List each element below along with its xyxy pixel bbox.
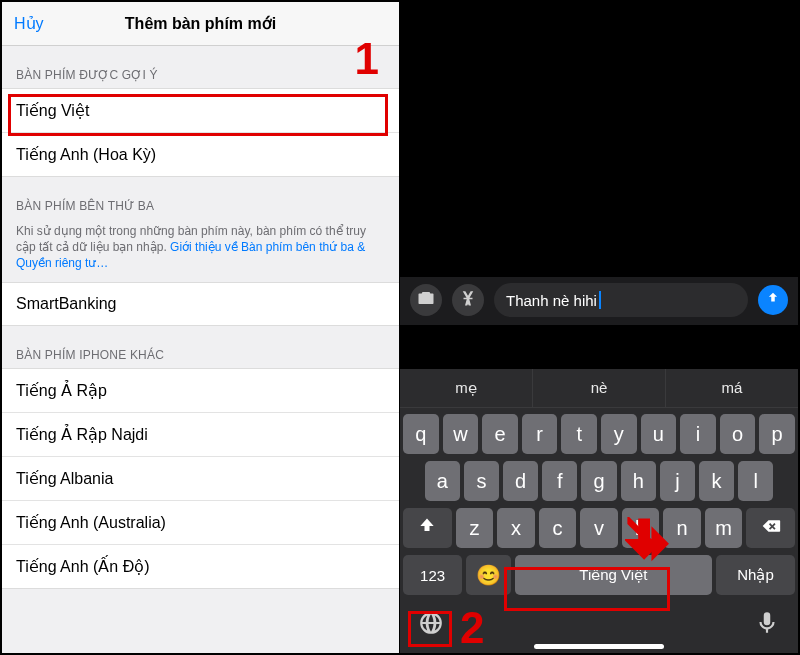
list-item[interactable]: Tiếng Anh (Australia) — [2, 501, 399, 545]
key-f[interactable]: f — [542, 461, 577, 501]
nav-bar: Hủy Thêm bàn phím mới — [2, 2, 399, 46]
key-x[interactable]: x — [497, 508, 535, 548]
emoji-icon: 😊 — [476, 563, 501, 587]
key-t[interactable]: t — [561, 414, 597, 454]
arrow-up-icon — [766, 291, 780, 309]
key-z[interactable]: z — [456, 508, 494, 548]
section-header-suggested: BÀN PHÍM ĐƯỢC GỢI Ý — [2, 46, 399, 88]
list-item[interactable]: SmartBanking — [2, 283, 399, 325]
list-item[interactable]: Tiếng Anh (Ấn Độ) — [2, 545, 399, 588]
mic-icon — [754, 610, 780, 636]
camera-icon — [417, 289, 435, 311]
key-m[interactable]: m — [705, 508, 743, 548]
camera-button[interactable] — [410, 284, 442, 316]
key-k[interactable]: k — [699, 461, 734, 501]
annotation-label-1: 1 — [355, 34, 379, 84]
dictation-key[interactable] — [754, 610, 780, 640]
section-header-thirdparty: BÀN PHÍM BÊN THỨ BA — [2, 177, 399, 219]
annotation-highlight-space — [504, 567, 670, 611]
key-w[interactable]: w — [443, 414, 479, 454]
key-p[interactable]: p — [759, 414, 795, 454]
other-list: Tiếng Ả Rập Tiếng Ả Rập Najdi Tiếng Alba… — [2, 368, 399, 589]
key-v[interactable]: v — [580, 508, 618, 548]
shift-key[interactable] — [403, 508, 452, 548]
suggestion[interactable]: mẹ — [400, 369, 533, 407]
key-h[interactable]: h — [621, 461, 656, 501]
suggestion[interactable]: má — [666, 369, 798, 407]
send-button[interactable] — [758, 285, 788, 315]
list-item[interactable]: Tiếng Ả Rập — [2, 369, 399, 413]
message-input[interactable]: Thanh nè hihi — [494, 283, 748, 317]
key-d[interactable]: d — [503, 461, 538, 501]
section-header-other: BÀN PHÍM IPHONE KHÁC — [2, 326, 399, 368]
list-item[interactable]: Tiếng Ả Rập Najdi — [2, 413, 399, 457]
annotation-label-2: 2 — [460, 603, 484, 653]
key-j[interactable]: j — [660, 461, 695, 501]
annotation-highlight-1 — [8, 94, 388, 136]
text-caret — [599, 291, 601, 309]
message-text: Thanh nè hihi — [506, 292, 597, 309]
cancel-button[interactable]: Hủy — [14, 14, 44, 33]
thirdparty-list: SmartBanking — [2, 282, 399, 326]
keyboard-pane: Thanh nè hihi mẹ nè má q w e r — [400, 2, 798, 653]
backspace-icon — [761, 516, 781, 541]
key-r[interactable]: r — [522, 414, 558, 454]
key-u[interactable]: u — [641, 414, 677, 454]
key-o[interactable]: o — [720, 414, 756, 454]
key-s[interactable]: s — [464, 461, 499, 501]
settings-pane: Hủy Thêm bàn phím mới BÀN PHÍM ĐƯỢC GỢI … — [2, 2, 400, 653]
annotation-highlight-globe — [408, 611, 452, 647]
shift-icon — [417, 516, 437, 541]
list-item[interactable]: Tiếng Albania — [2, 457, 399, 501]
appstore-button[interactable] — [452, 284, 484, 316]
key-i[interactable]: i — [680, 414, 716, 454]
key-g[interactable]: g — [581, 461, 616, 501]
list-item[interactable]: Tiếng Anh (Hoa Kỳ) — [2, 133, 399, 176]
annotation-arrow — [625, 517, 675, 571]
suggestion-bar: mẹ nè má — [400, 369, 798, 408]
imessage-input-bar: Thanh nè hihi — [400, 277, 798, 325]
return-key[interactable]: Nhập — [716, 555, 795, 595]
key-q[interactable]: q — [403, 414, 439, 454]
home-indicator — [534, 644, 664, 649]
thirdparty-desc: Khi sử dụng một trong những bàn phím này… — [2, 219, 399, 282]
key-y[interactable]: y — [601, 414, 637, 454]
page-title: Thêm bàn phím mới — [125, 14, 276, 33]
numeric-key[interactable]: 123 — [403, 555, 462, 595]
appstore-icon — [459, 289, 477, 311]
key-c[interactable]: c — [539, 508, 577, 548]
key-e[interactable]: e — [482, 414, 518, 454]
backspace-key[interactable] — [746, 508, 795, 548]
key-l[interactable]: l — [738, 461, 773, 501]
suggestion[interactable]: nè — [533, 369, 666, 407]
key-a[interactable]: a — [425, 461, 460, 501]
